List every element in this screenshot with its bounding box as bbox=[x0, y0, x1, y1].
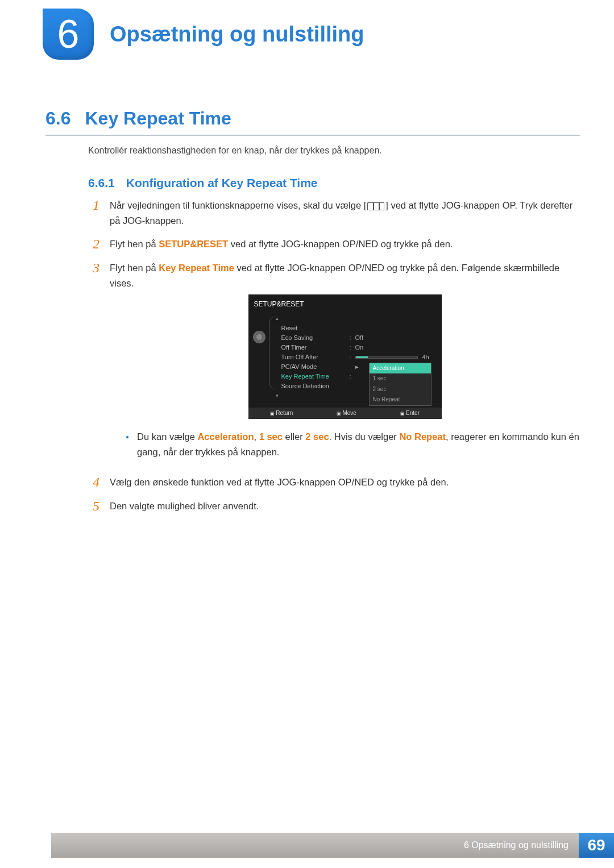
subsection-number: 6.6.1 bbox=[88, 176, 115, 190]
step-1: 1 Når vejledningen til funktionsknappern… bbox=[88, 198, 580, 229]
osd-item-timer: Off Timer:On bbox=[270, 343, 442, 352]
step-number: 5 bbox=[88, 499, 99, 514]
osd-curve-decoration bbox=[269, 316, 277, 390]
section-title: Key Repeat Time bbox=[85, 108, 231, 129]
section-heading: 6.6 Key Repeat Time bbox=[45, 108, 580, 136]
step-3: 3 Flyt hen på Key Repeat Time ved at fly… bbox=[88, 260, 580, 467]
bullet-bold: No Repeat bbox=[399, 431, 446, 442]
osd-option: 1 sec bbox=[370, 373, 431, 384]
bullet-bold: 2 sec bbox=[305, 431, 329, 442]
osd-item-reset: Reset bbox=[270, 323, 442, 333]
section-number: 6.6 bbox=[45, 108, 70, 129]
step-text: Flyt hen på bbox=[110, 239, 159, 249]
osd-value: 4h bbox=[422, 352, 429, 362]
step-2: 2 Flyt hen på SETUP&RESET ved at flytte … bbox=[88, 236, 580, 252]
step-4: 4 Vælg den ønskede funktion ved at flytt… bbox=[88, 475, 580, 490]
osd-value: On bbox=[355, 342, 364, 352]
osd-label: Eco Saving bbox=[281, 333, 350, 343]
osd-footer-move: Move bbox=[337, 409, 356, 418]
bullet-icon: ● bbox=[126, 433, 129, 460]
osd-footer-return: Return bbox=[270, 409, 293, 418]
step-number: 3 bbox=[88, 260, 99, 467]
osd-value: Off bbox=[355, 333, 363, 343]
osd-label: Reset bbox=[281, 323, 350, 333]
osd-label: PC/AV Mode bbox=[281, 362, 350, 372]
chapter-number-badge: 6 bbox=[43, 9, 94, 60]
bullet-item: ● Du kan vælge Acceleration, 1 sec eller… bbox=[110, 429, 580, 460]
step-5: 5 Den valgte mulighed bliver anvendt. bbox=[88, 499, 580, 514]
bullet-text: . Hvis du vælger bbox=[329, 431, 400, 442]
bullet-bold: 1 sec bbox=[259, 431, 283, 442]
osd-option: 2 sec bbox=[370, 384, 431, 395]
footer-breadcrumb: 6 Opsætning og nulstilling bbox=[51, 833, 579, 858]
osd-label: Source Detection bbox=[281, 381, 350, 391]
gear-icon bbox=[253, 331, 265, 343]
osd-title: SETUP&RESET bbox=[248, 298, 442, 314]
page-footer: 6 Opsætning og nulstilling 69 bbox=[51, 833, 614, 858]
osd-label: Turn Off After bbox=[281, 352, 350, 362]
bullet-bold: Acceleration bbox=[197, 431, 254, 442]
osd-option: Acceleration bbox=[370, 363, 431, 374]
chapter-title: Opsætning og nulstilling bbox=[110, 22, 364, 47]
footer-page-number: 69 bbox=[579, 833, 614, 858]
osd-item-turnoff: Turn Off After:4h bbox=[270, 352, 442, 362]
osd-label: Off Timer bbox=[281, 342, 350, 352]
osd-dropdown: Acceleration 1 sec 2 sec No Repeat bbox=[369, 363, 432, 406]
osd-label: Key Repeat Time bbox=[281, 371, 350, 381]
section-intro: Kontrollér reaktionshastigheden for en k… bbox=[88, 146, 382, 156]
bullet-text: Du kan vælge bbox=[137, 431, 197, 442]
step-text: Flyt hen på bbox=[110, 263, 159, 273]
subsection-title: Konfiguration af Key Repeat Time bbox=[126, 176, 318, 190]
step-text: ved at flytte JOG-knappen OP/NED og tryk… bbox=[228, 239, 453, 249]
step-number: 4 bbox=[88, 475, 99, 490]
steps-list: 1 Når vejledningen til funktionsknappern… bbox=[88, 198, 580, 522]
bullet-text: eller bbox=[283, 431, 305, 442]
step-number: 2 bbox=[88, 236, 99, 252]
osd-footer: Return Move Enter bbox=[248, 408, 442, 419]
step-text: Den valgte mulighed bliver anvendt. bbox=[110, 499, 580, 514]
subsection-heading: 6.6.1 Konfiguration af Key Repeat Time bbox=[88, 176, 318, 190]
osd-footer-enter: Enter bbox=[400, 409, 420, 418]
step-bold: Key Repeat Time bbox=[159, 263, 234, 273]
step-number: 1 bbox=[88, 198, 99, 229]
step-bold: SETUP&RESET bbox=[159, 239, 228, 249]
osd-screenshot: SETUP&RESET ▴ Reset Eco Saving:Off Off T… bbox=[248, 294, 442, 419]
osd-option: No Repeat bbox=[370, 394, 431, 405]
step-text: Når vejledningen til funktionsknapperne … bbox=[110, 200, 366, 210]
osd-item-eco: Eco Saving:Off bbox=[270, 333, 442, 343]
osd-slider bbox=[355, 356, 418, 359]
step-text: Vælg den ønskede funktion ved at flytte … bbox=[110, 475, 580, 490]
caret-down-icon: ▾ bbox=[276, 392, 281, 400]
bullet-text: , bbox=[254, 431, 259, 442]
triangle-right-icon: ▸ bbox=[355, 362, 359, 372]
menu-icon bbox=[367, 202, 384, 210]
